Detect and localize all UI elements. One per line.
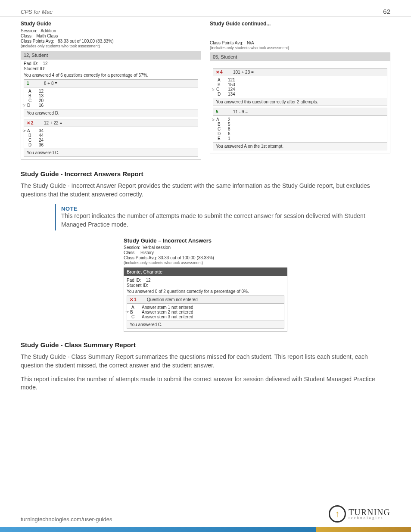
footer-bar (0, 527, 411, 532)
student-body: ✕4 101 + 23 = A121 B153 C124 D134 You an… (210, 61, 390, 153)
page-number: 62 (383, 8, 390, 15)
answer-list: A121 B153 C124 D134 (213, 76, 387, 98)
note-title: NOTE (61, 205, 383, 212)
note-block: NOTE This report indicates the number of… (55, 204, 387, 230)
wrong-icon: ✕ (27, 121, 30, 125)
logo-icon: ↑ (329, 505, 346, 523)
student-body: Pad ID: 12 Student ID: You answered 4 of… (21, 59, 201, 160)
section-body: The Study Guide - Incorrect Answer Repor… (21, 182, 390, 199)
study-guide-left: Study Guide Session: Addition Class: Mat… (21, 21, 201, 160)
answer-row: CAnswer stem 3 not entered (131, 314, 281, 319)
points-line: Class Points Avg: N/A (210, 40, 390, 45)
answer-row: C24 (28, 138, 195, 143)
answer-row: B5 (218, 122, 384, 127)
feedback-row: You answered D. (24, 109, 198, 117)
wrong-icon: ✕ (130, 297, 133, 302)
doc-title: CPS for Mac (21, 9, 53, 15)
wrong-icon: ✕ (216, 70, 219, 75)
feedback-row: You answered C. (127, 321, 284, 329)
feedback-row: You answered A on the 1st attempt. (213, 143, 387, 150)
section-title-incorrect: Study Guide - Incorrect Answers Report (21, 170, 390, 177)
note-body: This report indicates the number of atte… (61, 212, 383, 229)
answer-row: C20 (28, 98, 195, 103)
answer-row-correct: D16 (28, 103, 195, 108)
answer-list: A12 B13 C20 D16 (24, 87, 198, 109)
page-footer: turningtechnologies.com/user-guides ↑ TU… (0, 505, 411, 532)
student-body: Pad ID: 12 Student ID: You answered 0 of… (124, 276, 287, 332)
question-header: ✕4 101 + 23 = (213, 68, 387, 76)
class-line: Class: Math Class (21, 34, 201, 38)
answer-row: D6 (218, 131, 384, 136)
points-line: Class Points Avg: 83.33 out of 100.00 (8… (21, 39, 201, 44)
question-header: 5 11 - 9 = (213, 108, 387, 116)
includes-note: (Includes only students who took assessm… (210, 46, 390, 50)
feedback-row: You answered this question correctly aft… (213, 98, 387, 106)
student-header: Bronte, Charlotte (124, 268, 287, 276)
answer-row-correct: A2 (218, 117, 384, 122)
turning-logo: ↑ TURNING technologies (329, 505, 390, 523)
answer-list: AAnswer stem 1 not entered BAnswer stem … (127, 304, 284, 321)
answer-row: A121 (218, 78, 384, 82)
question-header: ✕1 Question stem not entered (127, 296, 284, 304)
feedback-row: You answered C. (24, 149, 198, 157)
sg-title: Study Guide (21, 21, 201, 27)
answer-row-correct: A34 (28, 128, 195, 133)
incorrect-answers-sample: Study Guide – Incorrect Answers Session:… (124, 237, 287, 332)
question-header: ✕2 12 + 22 = (24, 119, 198, 127)
answer-row: E1 (218, 136, 384, 141)
includes-note: (Includes only students who took assessm… (21, 44, 201, 48)
answer-list: A2 B5 C8 D6 E1 (213, 116, 387, 143)
session-line: Session: Addition (21, 28, 201, 33)
footer-link: turningtechnologies.com/user-guides (21, 516, 112, 523)
answer-row: AAnswer stem 1 not entered (131, 305, 281, 310)
answer-row: C8 (218, 127, 384, 131)
answer-row-correct: BAnswer stem 2 not entered (131, 310, 281, 314)
student-header: 12, Student (21, 51, 201, 59)
question-header: 1 8 + 8 = (24, 79, 198, 87)
study-guide-sample: Study Guide Session: Addition Class: Mat… (21, 21, 390, 160)
section-body: This report indicates the number of atte… (21, 375, 390, 392)
answer-row: D134 (218, 92, 384, 96)
page-header: CPS for Mac 62 (0, 0, 411, 16)
answer-row: B44 (28, 133, 195, 138)
answer-row: B153 (218, 82, 384, 87)
answer-row: D36 (28, 143, 195, 147)
answer-row-correct: C124 (218, 87, 384, 92)
sg-title-cont: Study Guide continued... (210, 21, 390, 27)
summary-line: You answered 4 of 6 questions correctly … (24, 73, 198, 78)
student-header: 05, Student (210, 53, 390, 61)
answer-row: A12 (28, 89, 195, 93)
section-body: The Study Guide - Class Summary Report s… (21, 353, 390, 370)
answer-row: B13 (28, 93, 195, 98)
study-guide-right: Study Guide continued... Class Points Av… (210, 21, 390, 160)
section-title-class-summary: Study Guide - Class Summary Report (21, 341, 390, 348)
answer-list: A34 B44 C24 D36 (24, 127, 198, 149)
